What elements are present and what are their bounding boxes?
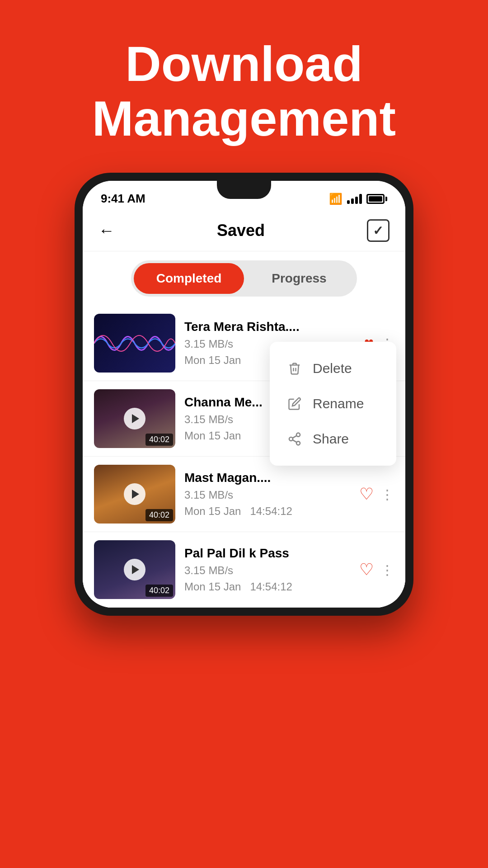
page-title: Download Management	[92, 36, 396, 146]
tab-completed[interactable]: Completed	[134, 263, 244, 294]
thumbnail-audio	[94, 314, 175, 373]
svg-line-3	[292, 440, 296, 442]
item-info: Mast Magan.... 3.15 MB/s Mon 15 Jan 14:5…	[184, 471, 350, 518]
svg-line-4	[292, 436, 296, 438]
tab-progress[interactable]: Progress	[244, 263, 354, 294]
thumbnail-video: 40:02	[94, 389, 175, 448]
item-date: Mon 15 Jan	[184, 505, 241, 518]
select-all-button[interactable]	[367, 219, 389, 242]
rename-icon	[286, 397, 304, 410]
item-size: 3.15 MB/s	[184, 489, 350, 501]
phone-screen: 9:41 AM 📶 ← Saved	[83, 181, 405, 608]
delete-icon	[286, 362, 304, 375]
svg-point-0	[296, 433, 300, 437]
date-time-row: Mon 15 Jan 14:54:12	[184, 505, 350, 518]
item-date: Mon 15 Jan	[184, 580, 241, 593]
item-time: 14:54:12	[250, 580, 292, 593]
item-actions: ♡ ⋮	[359, 560, 394, 579]
duration-badge: 40:02	[145, 585, 173, 597]
play-button[interactable]	[124, 408, 145, 429]
thumbnail-video: 40:02	[94, 540, 175, 599]
context-menu-delete[interactable]: Delete	[270, 351, 396, 386]
svg-point-2	[296, 441, 300, 445]
battery-icon	[366, 194, 387, 204]
app-header: ← Saved	[83, 210, 405, 251]
signal-icon	[347, 194, 362, 204]
more-button[interactable]: ⋮	[380, 562, 394, 578]
phone-notch	[217, 181, 271, 199]
svg-point-1	[289, 437, 293, 441]
back-button[interactable]: ←	[99, 221, 115, 240]
item-actions: ♡ ⋮	[359, 485, 394, 504]
context-menu-share[interactable]: Share	[270, 421, 396, 457]
delete-label: Delete	[313, 361, 352, 376]
tab-container: Completed Progress	[131, 260, 357, 297]
status-time: 9:41 AM	[101, 192, 145, 206]
item-title: Pal Pal Dil k Pass	[184, 546, 350, 561]
item-info: Pal Pal Dil k Pass 3.15 MB/s Mon 15 Jan …	[184, 546, 350, 593]
status-icons: 📶	[329, 193, 387, 205]
rename-label: Rename	[313, 396, 364, 411]
date-time-row: Mon 15 Jan 14:54:12	[184, 580, 350, 593]
item-time: 14:54:12	[250, 505, 292, 518]
list-item: 40:02 Mast Magan.... 3.15 MB/s Mon 15 Ja…	[83, 457, 405, 532]
share-icon	[286, 432, 304, 446]
item-title: Tera Mera Rishta....	[184, 320, 355, 334]
phone-frame: 9:41 AM 📶 ← Saved	[75, 173, 413, 616]
play-button[interactable]	[124, 483, 145, 505]
heart-icon[interactable]: ♡	[359, 485, 374, 504]
duration-badge: 40:02	[145, 509, 173, 521]
duration-badge: 40:02	[145, 434, 173, 446]
tab-bar: Completed Progress	[83, 251, 405, 306]
wifi-icon: 📶	[329, 193, 343, 205]
context-menu-rename[interactable]: Rename	[270, 386, 396, 421]
item-title: Mast Magan....	[184, 471, 350, 485]
context-menu: Delete Rename Share	[270, 342, 396, 466]
more-button[interactable]: ⋮	[380, 486, 394, 502]
list-item: 40:02 Pal Pal Dil k Pass 3.15 MB/s Mon 1…	[83, 532, 405, 608]
thumbnail-video: 40:02	[94, 465, 175, 524]
heart-icon[interactable]: ♡	[359, 560, 374, 579]
share-label: Share	[313, 431, 349, 447]
play-button[interactable]	[124, 559, 145, 580]
media-list: Tera Mera Rishta.... 3.15 MB/s Mon 15 Ja…	[83, 306, 405, 608]
item-size: 3.15 MB/s	[184, 564, 350, 577]
header-title: Saved	[217, 221, 265, 240]
